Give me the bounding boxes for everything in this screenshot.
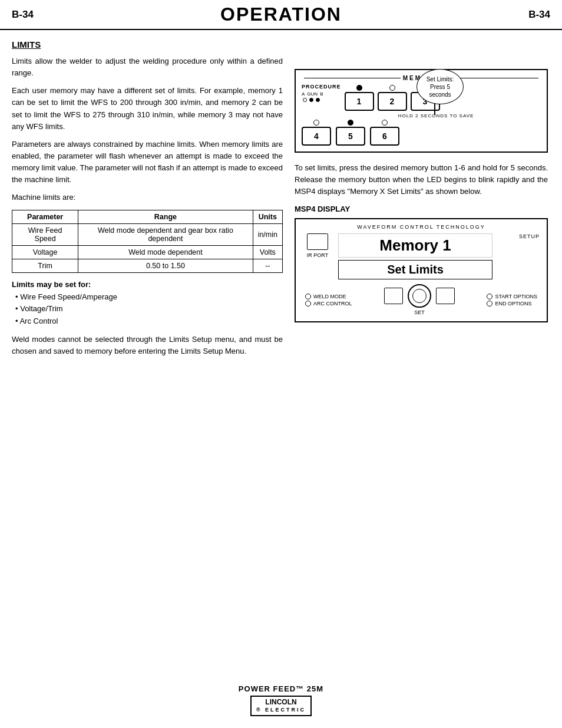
footer-brand: POWER FEED™ 25M [0,684,562,693]
memory-button-6[interactable]: 6 [370,120,399,146]
mem-btn-box-2: 2 [378,92,407,111]
memory-button-5[interactable]: 5 [336,120,365,146]
list-item: Wire Feed Speed/Amperage [15,291,283,304]
table-row: Wire Feed Speed Weld mode dependent and … [12,223,283,245]
memory-button-4[interactable]: 4 [302,120,331,146]
memory-button-1[interactable]: 1 [345,85,374,111]
small-box-left [384,288,403,304]
limits-bottom-para: Weld modes cannot be selected through th… [12,334,283,357]
right-description: To set limits, press the desired memory … [295,162,548,197]
callout-bubble: Set Limits: Press 5 seconds [416,69,464,104]
ir-port-box [307,233,328,250]
memory-display-text: Memory 1 [338,233,492,258]
main-content: LIMITS Limits allow the welder to adjust… [0,30,562,363]
gun-dot-a [309,98,313,102]
limits-list: Wire Feed Speed/Amperage Voltage/Trim Ar… [12,291,283,328]
mem-btn-box-4: 4 [302,127,331,146]
end-options-row: END OPTIONS [487,301,531,307]
msp4-bottom-row: WELD MODE ARC CONTROL [303,284,540,315]
msp4-inner: IR PORT Memory 1 Set Limits SETUP [303,233,540,279]
table-row: Trim 0.50 to 1.50 -- [12,259,283,272]
mem-btn-dot-5 [348,120,353,126]
mem-btn-dot-4 [313,120,319,126]
mem-btn-box-6: 6 [370,127,399,146]
limits-para-2: Each user memory may have a different se… [12,85,283,133]
mem-btn-box-1: 1 [345,92,374,111]
weld-mode-row: WELD MODE [305,294,352,299]
small-box-right [436,288,455,304]
limits-para-4: Machine limits are: [12,192,283,203]
callout-line [434,103,435,115]
gun-dot-empty [303,98,307,102]
ir-port-label: IR PORT [307,252,328,258]
waveform-label: WAVEFORM CONTROL TECHNOLOGY [303,224,540,230]
list-item: Arc Control [15,315,283,328]
table-row: Voltage Weld mode dependent Volts [12,245,283,259]
procedure-label: PROCEDURE [302,84,341,90]
lincoln-badge: LINCOLN ® ELECTRIC [250,696,312,716]
msp4-title: MSP4 DISPLAY [295,205,548,213]
table-cell-units-2: Volts [253,245,282,259]
hold-label: HOLD 2 SECONDS TO SAVE [331,113,541,118]
page-footer: POWER FEED™ 25M LINCOLN ® ELECTRIC [0,684,562,716]
msp4-bottom-right: START OPTIONS END OPTIONS [487,294,537,307]
setup-label: SETUP [519,233,540,239]
parameters-table: Parameter Range Units Wire Feed Speed We… [12,210,283,273]
mem-btn-dot-1 [356,85,362,91]
table-cell-range-1: Weld mode dependent and gear box ratio d… [78,223,253,245]
mem-btn-dot-6 [382,120,388,126]
limits-list-title: Limits may be set for: [12,280,283,289]
left-column: LIMITS Limits allow the welder to adjust… [12,39,283,363]
table-cell-param-1: Wire Feed Speed [12,223,78,245]
table-header-units: Units [253,210,282,223]
list-item: Voltage/Trim [15,303,283,315]
start-options-row: START OPTIONS [487,294,537,299]
table-header-parameter: Parameter [12,210,78,223]
memory-buttons-bottom: 4 5 6 [302,120,541,146]
start-options-indicator [487,294,492,299]
table-cell-range-2: Weld mode dependent [78,245,253,259]
knob-inner [412,289,427,303]
table-cell-units-3: -- [253,259,282,272]
end-options-label: END OPTIONS [495,301,531,307]
table-header-range: Range [78,210,253,223]
arc-control-indicator [305,301,311,307]
msp4-bottom-center: SET [384,284,455,315]
memory-panel-container: Set Limits: Press 5 seconds MEMORY PROCE… [295,69,548,153]
control-knob[interactable] [408,284,431,308]
page-header: B-34 OPERATION B-34 [0,0,562,30]
msp4-display: WAVEFORM CONTROL TECHNOLOGY IR PORT Memo… [295,218,548,322]
mem-btn-dot-2 [389,85,395,91]
table-cell-range-3: 0.50 to 1.50 [78,259,253,272]
start-options-label: START OPTIONS [495,294,537,299]
msp4-left-panel: IR PORT [303,233,332,279]
table-cell-param-2: Voltage [12,245,78,259]
msp4-right-panel: SETUP [498,233,540,279]
limits-para-3: Parameters are always constrained by mac… [12,139,283,186]
gun-label-gun: GUN [307,91,318,97]
set-label: SET [414,309,425,315]
mem-btn-box-5: 5 [336,127,365,146]
arc-control-row: ARC CONTROL [305,301,352,307]
page-number-right: B-34 [528,9,550,21]
limits-para-1: Limits allow the welder to adjust the we… [12,55,283,79]
set-limits-text: Set Limits [338,260,492,279]
arc-control-label: ARC CONTROL [313,301,352,307]
weld-mode-label: WELD MODE [313,294,346,299]
gun-dot-b [316,98,320,102]
weld-mode-indicator [305,294,311,299]
limits-section-title: LIMITS [12,39,283,50]
lincoln-electric: ® ELECTRIC [256,707,306,714]
page-number-left: B-34 [12,9,34,21]
page-title: OPERATION [220,4,342,25]
end-options-indicator [487,301,492,307]
memory-button-2[interactable]: 2 [378,85,407,111]
table-cell-units-1: in/min [253,223,282,245]
right-column: Set Limits: Press 5 seconds MEMORY PROCE… [295,39,548,363]
msp4-bottom-left: WELD MODE ARC CONTROL [305,294,352,307]
lincoln-name: LINCOLN [265,698,296,707]
gun-label-b: B [320,91,323,97]
callout-text: Set Limits: Press 5 seconds [427,75,454,98]
msp4-center-panel: Memory 1 Set Limits [338,233,492,279]
table-cell-param-3: Trim [12,259,78,272]
